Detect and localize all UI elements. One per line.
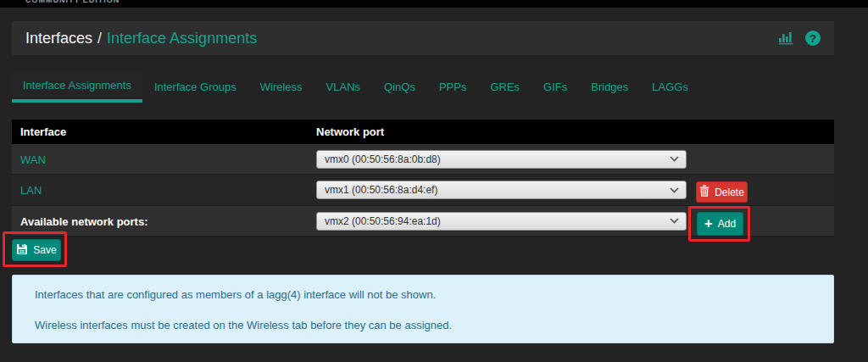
- tab-gifs[interactable]: GIFs: [531, 71, 579, 103]
- info-line-lagg: Interfaces that are configured as member…: [35, 288, 436, 301]
- tab-interface-groups[interactable]: Interface Groups: [142, 71, 248, 103]
- branding-strip: COMMUNITY EDITION: [0, 0, 868, 8]
- tab-gres[interactable]: GREs: [478, 71, 531, 103]
- available-port-select[interactable]: vmx2 (00:50:56:94:ea:1d): [316, 212, 687, 231]
- page-title: Interface Assignments: [107, 30, 257, 47]
- tab-ppps[interactable]: PPPs: [427, 71, 479, 103]
- delete-button-label: Delete: [715, 187, 744, 198]
- table-header-row: Interface Network port: [12, 120, 834, 144]
- add-button[interactable]: + Add: [697, 212, 743, 236]
- add-button-label: Add: [718, 218, 736, 230]
- wan-port-selected-value: vmx0 (00:50:56:8a:0b:d8): [325, 153, 441, 165]
- breadcrumb-section: Interfaces: [25, 30, 92, 47]
- column-header-interface: Interface: [20, 125, 66, 138]
- chevron-down-icon: [670, 218, 679, 224]
- breadcrumb: Interfaces/Interface Assignments: [25, 30, 257, 47]
- tab-wireless[interactable]: Wireless: [248, 71, 314, 103]
- available-ports-label: Available network ports:: [20, 214, 148, 227]
- tab-vlans[interactable]: VLANs: [314, 71, 372, 103]
- chevron-down-icon: [670, 156, 679, 162]
- community-edition-label: COMMUNITY EDITION: [25, 0, 120, 4]
- status-graph-icon[interactable]: [778, 31, 795, 45]
- tab-bar: Interface Assignments Interface Groups W…: [12, 71, 700, 103]
- available-port-selected-value: vmx2 (00:50:56:94:ea:1d): [325, 215, 441, 227]
- info-line-wireless: Wireless interfaces must be created on t…: [35, 319, 452, 331]
- column-header-network-port: Network port: [316, 125, 384, 138]
- wan-port-select[interactable]: vmx0 (00:50:56:8a:0b:d8): [316, 150, 687, 169]
- page-title-panel: Interfaces/Interface Assignments ?: [12, 21, 834, 55]
- floppy-disk-icon: [16, 243, 28, 258]
- trash-icon: [699, 185, 709, 199]
- title-icons: ?: [778, 31, 821, 46]
- lan-port-selected-value: vmx1 (00:50:56:8a:d4:ef): [325, 184, 437, 196]
- interface-name-lan[interactable]: LAN: [20, 184, 42, 197]
- tab-bridges[interactable]: Bridges: [579, 71, 640, 103]
- interface-name-wan[interactable]: WAN: [20, 153, 46, 165]
- save-button[interactable]: Save: [12, 239, 61, 261]
- lan-port-select[interactable]: vmx1 (00:50:56:8a:d4:ef): [316, 181, 687, 199]
- chevron-down-icon: [670, 187, 679, 193]
- save-button-label: Save: [33, 244, 56, 256]
- breadcrumb-separator: /: [92, 30, 107, 47]
- tab-interface-assignments[interactable]: Interface Assignments: [12, 71, 142, 103]
- tab-laggs[interactable]: LAGGs: [640, 71, 700, 103]
- info-alert: Interfaces that are configured as member…: [12, 275, 834, 343]
- help-icon[interactable]: ?: [805, 31, 821, 46]
- pfsense-interface-assignments-page: COMMUNITY EDITION Interfaces/Interface A…: [0, 0, 868, 362]
- delete-button[interactable]: Delete: [696, 181, 748, 203]
- plus-icon: +: [704, 216, 713, 231]
- table-row-wan: WAN vmx0 (00:50:56:8a:0b:d8): [12, 144, 834, 175]
- tab-qinqs[interactable]: QinQs: [372, 71, 427, 103]
